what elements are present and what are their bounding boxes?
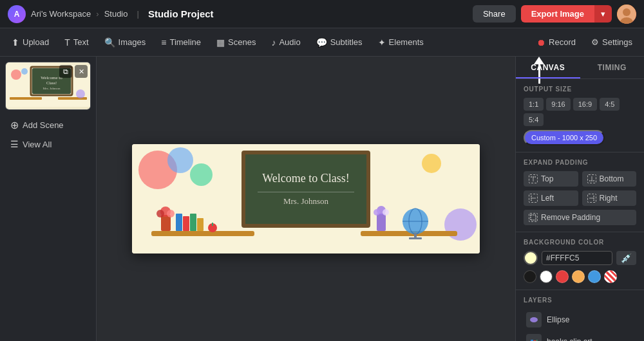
record-icon: ⏺ <box>536 37 545 48</box>
size-btn-4-5[interactable]: 4:5 <box>600 98 620 111</box>
toolbar-audio[interactable]: ♪ Audio <box>265 33 307 51</box>
toolbar-upload[interactable]: ⬆ Upload <box>5 33 55 51</box>
padding-left-label: Left <box>541 194 554 203</box>
header-divider: | <box>137 9 139 19</box>
scene-thumb-actions: ⧉ ✕ <box>59 65 88 78</box>
svg-rect-20 <box>183 216 189 231</box>
bg-color-section: BACKGROUND COLOR #FFFFC5 💉 <box>516 232 644 290</box>
svg-point-17 <box>156 210 164 217</box>
svg-text:Mrs. Johnson: Mrs. Johnson <box>43 87 60 90</box>
svg-rect-34 <box>409 237 422 239</box>
user-avatar <box>617 5 636 24</box>
size-btn-9-16[interactable]: 9:16 <box>546 98 570 111</box>
header: A Ari's Workspace › Studio | Studio Proj… <box>0 0 644 28</box>
active-size-button[interactable]: Custom - 1000 x 250 <box>524 130 605 145</box>
svg-rect-24 <box>212 223 213 226</box>
svg-point-13 <box>76 89 85 98</box>
view-all-button[interactable]: ☰ View All <box>5 135 91 153</box>
upload-icon: ⬆ <box>12 37 19 48</box>
add-scene-icon: ⊕ <box>10 119 19 131</box>
size-buttons: 1:1 9:16 16:9 4:5 5:4 <box>524 98 636 126</box>
padding-bottom-button[interactable]: Bottom <box>582 171 637 187</box>
toolbar-scenes[interactable]: ▦ Scenes <box>210 33 262 51</box>
header-right: Share Export Image ▾ <box>473 5 636 24</box>
svg-text:Class!: Class! <box>46 80 56 85</box>
svg-rect-15 <box>161 215 171 231</box>
text-icon: T <box>64 37 70 48</box>
canvas-content[interactable]: Welcome to Class! Mrs. Johnson <box>132 144 480 253</box>
timeline-icon: ≡ <box>161 37 166 48</box>
export-dropdown-arrow[interactable]: ▾ <box>594 5 612 23</box>
color-row: #FFFFC5 💉 <box>524 251 636 265</box>
size-btn-5-4[interactable]: 5:4 <box>524 113 544 126</box>
header-left: A Ari's Workspace › Studio | Studio Proj… <box>8 5 214 23</box>
tab-canvas[interactable]: CANVAS <box>516 57 580 78</box>
svg-point-29 <box>383 209 389 216</box>
toolbar-settings[interactable]: ⚙ Settings <box>585 33 639 51</box>
canvas-area: Welcome to Class! Mrs. Johnson <box>97 57 515 341</box>
scene-thumbnail[interactable]: Welcome to Class! Mrs. Johnson ⧉ ✕ <box>5 62 91 110</box>
preset-red[interactable] <box>556 270 569 283</box>
svg-rect-21 <box>190 214 196 231</box>
text-label: Text <box>73 37 89 47</box>
svg-point-11 <box>11 69 21 80</box>
scene-duplicate-button[interactable]: ⧉ <box>59 65 72 78</box>
subtitles-icon: 💬 <box>316 37 327 48</box>
preset-black[interactable] <box>524 270 536 283</box>
bg-color-label: BACKGROUND COLOR <box>524 239 636 246</box>
record-label: Record <box>549 37 576 47</box>
preset-striped[interactable] <box>604 270 617 283</box>
scenes-icon: ▦ <box>216 37 225 48</box>
view-all-icon: ☰ <box>10 139 19 149</box>
toolbar-timeline[interactable]: ≡ Timeline <box>155 33 207 51</box>
size-btn-1-1[interactable]: 1:1 <box>524 98 544 111</box>
toolbar-record[interactable]: ⏺ Record <box>530 33 582 51</box>
left-sidebar: Welcome to Class! Mrs. Johnson ⧉ ✕ ⊕ <box>0 57 97 341</box>
scene-delete-button[interactable]: ✕ <box>75 65 88 78</box>
add-scene-button[interactable]: ⊕ Add Scene <box>5 115 91 135</box>
toolbar-subtitles[interactable]: 💬 Subtitles <box>310 33 369 51</box>
layer-ellipse-icon <box>526 312 542 327</box>
scenes-label: Scenes <box>228 37 256 47</box>
padding-left-button[interactable]: Left <box>524 190 578 206</box>
preset-white[interactable] <box>540 270 553 283</box>
svg-point-44 <box>530 317 538 322</box>
scene-svg <box>132 144 480 253</box>
layer-ellipse[interactable]: Ellipse <box>524 309 636 331</box>
tab-timing[interactable]: TIMING <box>580 57 645 78</box>
eyedropper-button[interactable]: 💉 <box>616 251 636 265</box>
toolbar-text[interactable]: T Text <box>58 33 95 51</box>
size-btn-16-9[interactable]: 16:9 <box>573 98 597 111</box>
layer-books[interactable]: books clip art <box>524 331 636 341</box>
padding-right-button[interactable]: Right <box>582 190 637 206</box>
padding-bottom-icon <box>587 174 596 183</box>
images-icon: 🔍 <box>104 37 115 48</box>
export-image-button[interactable]: Export Image <box>521 5 594 23</box>
add-scene-label: Add Scene <box>23 120 64 130</box>
padding-grid: Top Bottom Left <box>524 171 636 206</box>
svg-rect-9 <box>10 97 42 100</box>
right-panel: CANVAS TIMING OUTPUT SIZE 1:1 9:16 16:9 … <box>515 57 644 341</box>
output-size-section: OUTPUT SIZE 1:1 9:16 16:9 4:5 5:4 Custom… <box>516 79 644 152</box>
padding-top-button[interactable]: Top <box>524 171 578 187</box>
expand-padding-label: EXPAND PADDING <box>524 159 636 166</box>
layer-ellipse-name: Ellipse <box>547 315 569 324</box>
preset-orange[interactable] <box>572 270 585 283</box>
output-size-label: OUTPUT SIZE <box>524 86 636 93</box>
layer-books-name: books clip art <box>547 337 592 341</box>
upload-label: Upload <box>23 37 49 47</box>
preset-blue[interactable] <box>588 270 601 283</box>
scene-background: Welcome to Class! Mrs. Johnson <box>132 144 480 253</box>
workspace-avatar: A <box>8 5 26 23</box>
breadcrumb-sep: › <box>96 9 99 19</box>
svg-point-1 <box>623 8 630 16</box>
share-button[interactable]: Share <box>473 5 516 23</box>
padding-bottom-label: Bottom <box>600 174 624 183</box>
elements-icon: ✦ <box>378 37 386 48</box>
toolbar-elements[interactable]: ✦ Elements <box>372 33 430 51</box>
workspace-name: Ari's Workspace <box>31 9 91 19</box>
bg-color-swatch[interactable] <box>524 251 538 265</box>
toolbar-images[interactable]: 🔍 Images <box>98 33 153 51</box>
remove-padding-button[interactable]: Remove Padding <box>524 210 636 225</box>
panel-tabs: CANVAS TIMING <box>516 57 644 79</box>
